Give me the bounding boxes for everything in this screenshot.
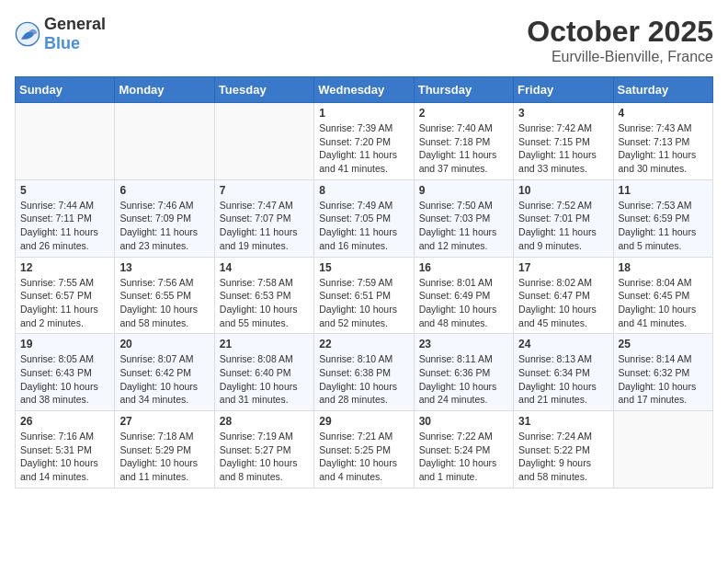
calendar-day-cell — [214, 103, 313, 180]
calendar-day-cell: 29 Sunrise: 7:21 AM Sunset: 5:25 PM Dayl… — [314, 411, 414, 488]
day-number: 6 — [119, 184, 209, 197]
daylight-text: Daylight: 10 hours and 45 minutes. — [518, 304, 597, 328]
daylight-text: Daylight: 10 hours and 14 minutes. — [20, 457, 98, 482]
calendar-day-cell — [613, 411, 712, 488]
sunrise-text: Sunrise: 8:04 AM — [619, 277, 692, 288]
day-detail: Sunrise: 8:04 AM Sunset: 6:45 PM Dayligh… — [619, 276, 708, 330]
day-number: 24 — [518, 338, 608, 350]
calendar-day-cell: 12 Sunrise: 7:55 AM Sunset: 6:57 PM Dayl… — [16, 257, 115, 334]
day-detail: Sunrise: 8:01 AM Sunset: 6:49 PM Dayligh… — [419, 276, 508, 330]
sunrise-text: Sunrise: 7:53 AM — [619, 200, 692, 211]
day-number: 7 — [220, 184, 309, 197]
calendar-day-cell: 27 Sunrise: 7:18 AM Sunset: 5:29 PM Dayl… — [115, 411, 214, 488]
day-detail: Sunrise: 7:46 AM Sunset: 7:09 PM Dayligh… — [119, 199, 209, 253]
calendar-day-cell: 2 Sunrise: 7:40 AM Sunset: 7:18 PM Dayli… — [414, 103, 513, 180]
sunset-text: Sunset: 6:34 PM — [518, 367, 590, 378]
day-number: 5 — [20, 184, 109, 197]
calendar-day-cell: 9 Sunrise: 7:50 AM Sunset: 7:03 PM Dayli… — [414, 179, 513, 257]
sunset-text: Sunset: 6:42 PM — [119, 367, 191, 378]
sunset-text: Sunset: 5:25 PM — [319, 444, 391, 455]
day-number: 21 — [220, 338, 309, 350]
calendar-day-cell — [115, 103, 214, 180]
day-detail: Sunrise: 7:22 AM Sunset: 5:24 PM Dayligh… — [419, 430, 508, 484]
daylight-text: Daylight: 11 hours and 12 minutes. — [419, 226, 497, 251]
day-detail: Sunrise: 7:43 AM Sunset: 7:13 PM Dayligh… — [619, 121, 708, 176]
sunset-text: Sunset: 7:13 PM — [619, 136, 690, 147]
sunrise-text: Sunrise: 7:21 AM — [319, 431, 392, 442]
sunset-text: Sunset: 6:32 PM — [619, 367, 690, 378]
sunrise-text: Sunrise: 7:24 AM — [518, 431, 592, 442]
daylight-text: Daylight: 10 hours and 58 minutes. — [119, 304, 198, 328]
calendar-day-cell: 13 Sunrise: 7:56 AM Sunset: 6:55 PM Dayl… — [115, 257, 214, 334]
day-detail: Sunrise: 7:39 AM Sunset: 7:20 PM Dayligh… — [319, 121, 408, 176]
day-number: 13 — [119, 261, 209, 274]
daylight-text: Daylight: 10 hours and 4 minutes. — [319, 457, 397, 482]
day-number: 23 — [419, 338, 508, 350]
daylight-text: Daylight: 11 hours and 5 minutes. — [619, 226, 697, 251]
sunset-text: Sunset: 6:36 PM — [419, 367, 491, 378]
sunrise-text: Sunrise: 7:58 AM — [220, 277, 293, 288]
sunset-text: Sunset: 5:27 PM — [220, 444, 291, 455]
daylight-text: Daylight: 11 hours and 41 minutes. — [319, 149, 397, 174]
calendar-week-row: 26 Sunrise: 7:16 AM Sunset: 5:31 PM Dayl… — [16, 411, 713, 488]
daylight-text: Daylight: 10 hours and 1 minute. — [419, 457, 497, 482]
day-of-week-header: Wednesday — [314, 77, 414, 103]
day-detail: Sunrise: 7:21 AM Sunset: 5:25 PM Dayligh… — [319, 430, 408, 484]
calendar-day-cell: 15 Sunrise: 7:59 AM Sunset: 6:51 PM Dayl… — [314, 257, 414, 334]
sunrise-text: Sunrise: 8:11 AM — [419, 353, 493, 364]
calendar-day-cell: 26 Sunrise: 7:16 AM Sunset: 5:31 PM Dayl… — [16, 411, 115, 488]
day-detail: Sunrise: 8:10 AM Sunset: 6:38 PM Dayligh… — [319, 352, 408, 407]
sunset-text: Sunset: 6:53 PM — [220, 290, 291, 301]
day-number: 19 — [20, 338, 109, 350]
calendar-day-cell: 14 Sunrise: 7:58 AM Sunset: 6:53 PM Dayl… — [214, 257, 313, 334]
sunrise-text: Sunrise: 7:47 AM — [220, 200, 293, 211]
sunrise-text: Sunrise: 7:42 AM — [518, 122, 592, 133]
sunrise-text: Sunrise: 7:59 AM — [319, 277, 392, 288]
day-number: 4 — [619, 107, 708, 120]
day-number: 26 — [20, 415, 109, 428]
logo-blue: Blue — [44, 34, 80, 52]
location-title: Eurville-Bienville, France — [527, 49, 713, 65]
calendar-week-row: 19 Sunrise: 8:05 AM Sunset: 6:43 PM Dayl… — [16, 334, 713, 411]
calendar-day-cell: 7 Sunrise: 7:47 AM Sunset: 7:07 PM Dayli… — [214, 179, 313, 257]
calendar-day-cell: 3 Sunrise: 7:42 AM Sunset: 7:15 PM Dayli… — [514, 103, 613, 180]
sunset-text: Sunset: 6:38 PM — [319, 367, 391, 378]
sunset-text: Sunset: 7:01 PM — [518, 213, 590, 224]
daylight-text: Daylight: 10 hours and 21 minutes. — [518, 381, 597, 406]
day-of-week-header: Sunday — [16, 77, 115, 103]
sunset-text: Sunset: 7:20 PM — [319, 136, 391, 147]
daylight-text: Daylight: 10 hours and 52 minutes. — [319, 304, 397, 328]
day-detail: Sunrise: 7:42 AM Sunset: 7:15 PM Dayligh… — [518, 121, 608, 176]
daylight-text: Daylight: 10 hours and 28 minutes. — [319, 381, 397, 406]
day-number: 16 — [419, 261, 508, 274]
sunrise-text: Sunrise: 8:08 AM — [220, 353, 293, 364]
calendar-day-cell: 24 Sunrise: 8:13 AM Sunset: 6:34 PM Dayl… — [514, 334, 613, 411]
sunset-text: Sunset: 7:15 PM — [518, 136, 590, 147]
day-number: 8 — [319, 184, 408, 197]
sunrise-text: Sunrise: 8:01 AM — [419, 277, 493, 288]
day-detail: Sunrise: 8:08 AM Sunset: 6:40 PM Dayligh… — [220, 352, 309, 407]
day-detail: Sunrise: 7:49 AM Sunset: 7:05 PM Dayligh… — [319, 199, 408, 253]
daylight-text: Daylight: 10 hours and 11 minutes. — [119, 457, 198, 482]
day-detail: Sunrise: 7:40 AM Sunset: 7:18 PM Dayligh… — [419, 121, 508, 176]
day-detail: Sunrise: 7:52 AM Sunset: 7:01 PM Dayligh… — [518, 199, 608, 253]
day-number: 10 — [518, 184, 608, 197]
sunrise-text: Sunrise: 7:56 AM — [119, 277, 193, 288]
calendar-day-cell: 1 Sunrise: 7:39 AM Sunset: 7:20 PM Dayli… — [314, 103, 414, 180]
sunset-text: Sunset: 5:24 PM — [419, 444, 491, 455]
sunrise-text: Sunrise: 7:40 AM — [419, 122, 493, 133]
day-detail: Sunrise: 7:56 AM Sunset: 6:55 PM Dayligh… — [119, 276, 209, 330]
day-detail: Sunrise: 7:47 AM Sunset: 7:07 PM Dayligh… — [220, 199, 309, 253]
sunset-text: Sunset: 6:49 PM — [419, 290, 491, 301]
sunrise-text: Sunrise: 7:49 AM — [319, 200, 392, 211]
day-of-week-header: Friday — [514, 77, 613, 103]
calendar-header-row: SundayMondayTuesdayWednesdayThursdayFrid… — [16, 77, 713, 103]
day-number: 22 — [319, 338, 408, 350]
daylight-text: Daylight: 10 hours and 8 minutes. — [220, 457, 298, 482]
calendar-day-cell: 17 Sunrise: 8:02 AM Sunset: 6:47 PM Dayl… — [514, 257, 613, 334]
sunrise-text: Sunrise: 7:43 AM — [619, 122, 692, 133]
calendar-day-cell: 20 Sunrise: 8:07 AM Sunset: 6:42 PM Dayl… — [115, 334, 214, 411]
day-detail: Sunrise: 7:18 AM Sunset: 5:29 PM Dayligh… — [119, 430, 209, 484]
day-number: 11 — [619, 184, 708, 197]
sunrise-text: Sunrise: 7:19 AM — [220, 431, 293, 442]
